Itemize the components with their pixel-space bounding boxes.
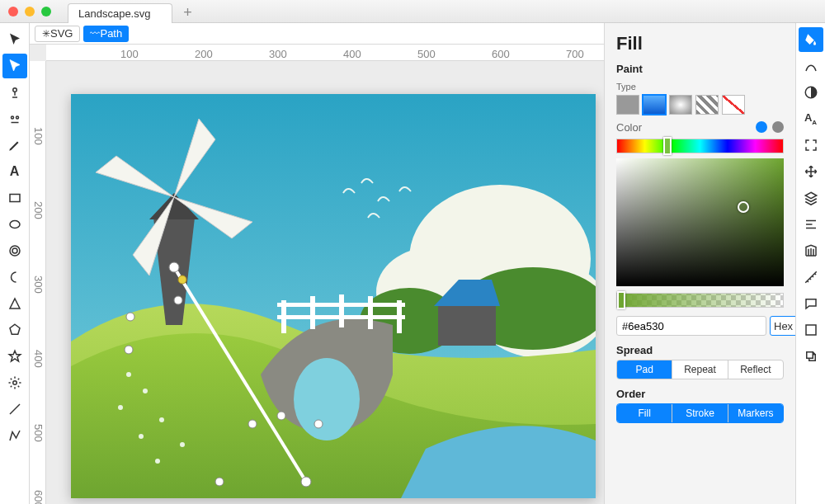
svg-rect-3 bbox=[10, 195, 20, 202]
order-segmented: Fill Stroke Markers bbox=[616, 403, 784, 423]
hue-thumb[interactable] bbox=[663, 137, 672, 155]
color-mode-select[interactable]: Hex bbox=[770, 316, 795, 336]
measure-icon[interactable] bbox=[799, 265, 823, 290]
type-label: Type bbox=[616, 82, 784, 92]
line-tool[interactable] bbox=[2, 397, 27, 422]
pen-add-tool[interactable] bbox=[2, 80, 27, 105]
ring-tool[interactable] bbox=[2, 238, 27, 263]
paint-type-pattern[interactable] bbox=[695, 95, 719, 115]
spread-reflect[interactable]: Reflect bbox=[728, 360, 783, 379]
paint-type-none[interactable] bbox=[722, 95, 745, 115]
direct-select-tool[interactable] bbox=[2, 54, 27, 78]
pen-remove-tool[interactable] bbox=[2, 106, 27, 131]
ruler-vertical: 100200300400500600 bbox=[30, 61, 46, 504]
inspector-tabs: AA bbox=[795, 23, 825, 504]
layers-icon[interactable] bbox=[799, 186, 823, 210]
spread-heading: Spread bbox=[616, 344, 784, 356]
hue-slider[interactable] bbox=[616, 139, 784, 153]
spread-pad[interactable]: Pad bbox=[617, 360, 672, 379]
swatch-a[interactable] bbox=[756, 121, 767, 133]
fill-tab-icon[interactable] bbox=[799, 27, 823, 52]
saturation-value-area[interactable] bbox=[616, 158, 784, 286]
svg-point-42 bbox=[248, 420, 257, 428]
contrast-icon[interactable] bbox=[799, 80, 823, 105]
svg-point-45 bbox=[215, 478, 224, 486]
fullscreen-icon[interactable] bbox=[799, 133, 823, 158]
breadcrumb-bar: ✳ SVG 〰 Path bbox=[30, 23, 604, 45]
alpha-thumb[interactable] bbox=[617, 291, 625, 309]
hex-input[interactable] bbox=[616, 316, 766, 336]
ellipse-tool[interactable] bbox=[2, 212, 27, 237]
sv-thumb[interactable] bbox=[738, 201, 749, 213]
svg-point-0 bbox=[12, 88, 16, 92]
align-icon[interactable] bbox=[799, 212, 823, 237]
panel-title: Fill bbox=[616, 33, 784, 54]
artwork-landscape bbox=[71, 94, 596, 498]
close-window-icon[interactable] bbox=[8, 7, 18, 16]
svg-point-30 bbox=[126, 372, 131, 377]
traffic-lights bbox=[8, 7, 51, 16]
swatch-b[interactable] bbox=[772, 121, 784, 133]
add-tab-button[interactable]: + bbox=[177, 4, 197, 21]
svg-point-41 bbox=[125, 346, 133, 354]
pencil-tool[interactable] bbox=[2, 133, 27, 158]
svg-point-46 bbox=[301, 477, 311, 487]
window-titlebar: Landscape.svg + bbox=[0, 0, 825, 23]
svg-point-38 bbox=[169, 262, 179, 272]
export-icon[interactable] bbox=[799, 344, 823, 369]
path-tool[interactable] bbox=[2, 423, 27, 448]
paint-heading: Paint bbox=[616, 63, 784, 75]
text-tool[interactable]: A bbox=[2, 159, 27, 184]
document-tab[interactable]: Landscape.svg bbox=[68, 3, 172, 23]
svg-point-7 bbox=[12, 381, 16, 385]
gear-tool[interactable] bbox=[2, 370, 27, 395]
spread-repeat[interactable]: Repeat bbox=[672, 360, 728, 379]
paint-type-linear[interactable] bbox=[643, 95, 666, 115]
svg-point-35 bbox=[180, 442, 185, 447]
zoom-window-icon[interactable] bbox=[41, 7, 51, 16]
svg-point-44 bbox=[314, 420, 323, 428]
chat-icon[interactable] bbox=[799, 291, 823, 316]
triangle-tool[interactable] bbox=[2, 291, 27, 316]
svg-rect-20 bbox=[368, 296, 373, 329]
paint-type-radial[interactable] bbox=[669, 95, 692, 115]
pointer-tool[interactable] bbox=[2, 27, 27, 52]
svg-rect-19 bbox=[339, 294, 344, 327]
svg-rect-23 bbox=[277, 315, 405, 319]
breadcrumb-root[interactable]: ✳ SVG bbox=[35, 26, 80, 42]
alpha-slider[interactable] bbox=[616, 293, 784, 308]
crescent-tool[interactable] bbox=[2, 265, 27, 290]
order-markers[interactable]: Markers bbox=[728, 404, 783, 422]
svg-point-34 bbox=[139, 434, 144, 439]
order-heading: Order bbox=[616, 388, 784, 400]
canvas[interactable] bbox=[71, 94, 596, 498]
inspector-panel: Fill Paint Type Color Hex Spread Pad bbox=[604, 23, 795, 504]
star-tool[interactable] bbox=[2, 344, 27, 369]
order-stroke[interactable]: Stroke bbox=[672, 404, 728, 422]
library-icon[interactable] bbox=[799, 238, 823, 263]
minimize-window-icon[interactable] bbox=[25, 7, 35, 16]
svg-point-47 bbox=[178, 276, 186, 284]
transform-icon[interactable] bbox=[799, 318, 823, 342]
svg-point-4 bbox=[10, 221, 20, 228]
svg-point-6 bbox=[12, 248, 17, 253]
typography-icon[interactable]: AA bbox=[799, 106, 823, 131]
rect-tool[interactable] bbox=[2, 186, 27, 210]
move-icon[interactable] bbox=[799, 159, 823, 184]
paint-type-flat[interactable] bbox=[616, 95, 639, 115]
order-fill[interactable]: Fill bbox=[617, 404, 672, 422]
svg-rect-14 bbox=[438, 304, 496, 346]
svg-point-2 bbox=[16, 116, 18, 119]
svg-point-16 bbox=[294, 358, 360, 440]
paint-type-row bbox=[616, 95, 784, 115]
breadcrumb-current[interactable]: 〰 Path bbox=[83, 26, 129, 42]
polygon-tool[interactable] bbox=[2, 318, 27, 342]
svg-point-31 bbox=[143, 389, 148, 393]
svg-point-5 bbox=[10, 246, 20, 256]
svg-point-39 bbox=[174, 296, 182, 304]
svg-rect-18 bbox=[310, 296, 315, 329]
stroke-tab-icon[interactable] bbox=[799, 54, 823, 78]
svg-rect-22 bbox=[277, 303, 405, 307]
svg-point-36 bbox=[155, 459, 160, 464]
svg-point-32 bbox=[118, 405, 123, 410]
